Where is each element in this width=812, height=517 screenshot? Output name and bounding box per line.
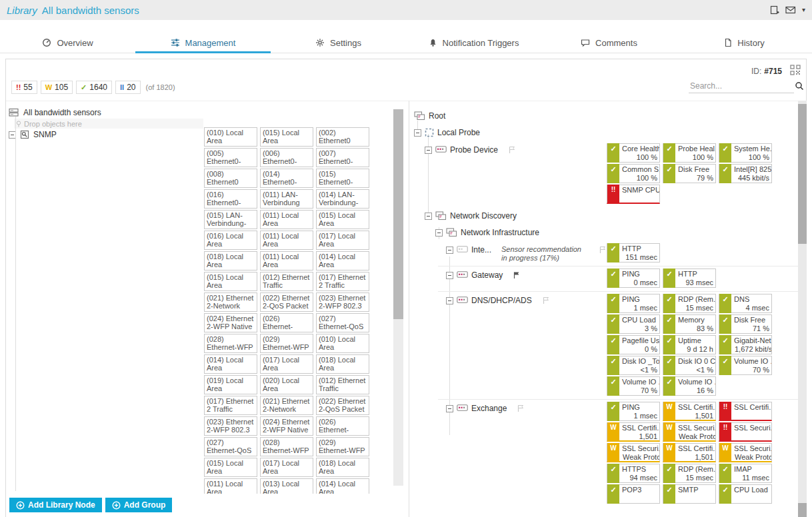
scrollbar-thumb[interactable] xyxy=(798,503,807,517)
library-sensor-item[interactable]: (029) Ethernet-WFP Native xyxy=(260,334,313,353)
sensor-box[interactable]: ✓ HTTP 151 msec xyxy=(607,243,660,262)
collapse-toggle[interactable] xyxy=(414,129,421,137)
left-panel-scrollbar[interactable] xyxy=(393,109,403,486)
tree-node-inte[interactable]: Inte...Sensor recommendation in progress… xyxy=(410,242,607,266)
flag-icon[interactable] xyxy=(517,404,525,412)
library-sensor-item[interactable]: (011) Local Area xyxy=(260,251,313,270)
sensor-box[interactable]: ✓ Gigabit-Net... 1,672 kbit/s xyxy=(719,335,772,354)
library-sensor-item[interactable]: (014) Local Area xyxy=(316,478,369,494)
library-sensor-item[interactable]: (007) Ethernet0-WFP 802.3 xyxy=(316,148,369,167)
sensor-box[interactable]: ✓ PING 0 msec xyxy=(607,268,660,288)
library-sensor-item[interactable]: (008) Ethernet0 Traffic xyxy=(204,169,257,188)
library-sensor-item[interactable]: (014) Ethernet0-WFP Native xyxy=(260,169,313,188)
sensor-box[interactable]: ✓ Common S... 100 % xyxy=(607,164,660,183)
tree-node-probe-device[interactable]: Probe Device xyxy=(410,142,607,207)
tab-history[interactable]: History xyxy=(677,33,812,53)
tab-settings[interactable]: Settings xyxy=(271,33,406,53)
library-sensor-item[interactable]: (012) Ethernet Traffic xyxy=(260,272,313,291)
sensor-box[interactable]: W SSL Certifi... 1,501 xyxy=(663,443,716,462)
flag-icon[interactable] xyxy=(508,146,516,154)
sensor-box[interactable]: ✓ POP3 xyxy=(607,484,660,504)
library-sensor-item[interactable]: (010) Local Area xyxy=(316,334,369,353)
sensor-box[interactable]: ✓ RDP (Rem... 15 msec xyxy=(663,464,716,483)
flag-icon[interactable] xyxy=(542,296,550,304)
sensor-box[interactable]: ✓ SMTP xyxy=(663,484,716,504)
library-sensor-item[interactable]: (020) Local Area xyxy=(260,375,313,394)
library-sensor-item[interactable]: (022) Ethernet 2-QoS Packet xyxy=(260,292,313,312)
library-sensor-item[interactable]: (015) Local Area xyxy=(260,127,313,147)
library-sensor-item[interactable]: (011) Local Area xyxy=(204,478,257,494)
library-node-snmp[interactable]: SNMP xyxy=(9,129,203,140)
library-sensor-item[interactable]: (023) Ethernet 2-WFP 802.3 xyxy=(316,292,369,312)
sensor-box[interactable]: ✓ IMAP 11 msec xyxy=(719,464,772,483)
qr-code-icon[interactable] xyxy=(790,65,801,75)
library-sensor-item[interactable]: (022) Ethernet 2-QoS Packet xyxy=(316,396,369,415)
sensor-box[interactable]: ✓ HTTPS 94 msec xyxy=(607,464,660,483)
email-icon[interactable] xyxy=(785,6,796,14)
library-sensor-item[interactable]: (017) Ethernet 2 Traffic xyxy=(316,272,369,291)
library-sensor-item[interactable]: (023) Ethernet 2-WFP 802.3 xyxy=(204,416,257,436)
library-root-node[interactable]: All bandwidth sensors xyxy=(9,107,203,118)
library-sensor-item[interactable]: (021) Ethernet 2-Network xyxy=(204,292,257,312)
library-sensor-item[interactable]: (015) Local Area xyxy=(204,272,257,291)
collapse-toggle[interactable] xyxy=(446,272,453,279)
library-sensor-item[interactable]: (011) LAN-Verbindung xyxy=(260,189,313,209)
sensor-box[interactable]: !! SSL Certifi... xyxy=(719,402,772,421)
sensor-box[interactable]: ✓ Volume IO ... 70 % xyxy=(719,356,772,375)
tab-comments[interactable]: Comments xyxy=(541,33,677,53)
library-sensor-item[interactable]: (015) LAN-Verbindung- xyxy=(204,210,257,229)
library-sensor-item[interactable]: (011) Local Area xyxy=(260,231,313,250)
sensor-box[interactable]: ✓ PING 1 msec xyxy=(607,402,660,421)
library-sensor-item[interactable]: (012) Ethernet Traffic xyxy=(316,375,369,394)
sensor-box[interactable]: !! SSL Securi... xyxy=(719,422,772,442)
tab-notification-triggers[interactable]: Notification Triggers xyxy=(406,33,541,53)
collapse-toggle[interactable] xyxy=(446,405,453,412)
tree-node-dns-dhcp-ads[interactable]: DNS/DHCP/ADS xyxy=(410,292,607,399)
tab-management[interactable]: Management xyxy=(135,33,271,53)
tree-node-local-probe[interactable]: Local Probe xyxy=(410,124,798,141)
sensor-box[interactable]: W SSL Certifi... 1,501 xyxy=(663,402,716,421)
flag-icon[interactable] xyxy=(599,246,607,254)
sensor-box[interactable]: ✓ Volume IO ... 70 % xyxy=(607,376,660,396)
scrollbar-thumb[interactable] xyxy=(393,109,403,319)
sensor-box[interactable]: ✓ HTTP 93 msec xyxy=(663,268,716,288)
collapse-toggle[interactable] xyxy=(446,297,453,304)
library-sensor-item[interactable]: (002) Ethernet0 Traffic xyxy=(316,127,369,147)
sensor-box[interactable]: ✓ Disk Free 71 % xyxy=(719,314,772,334)
caret-down-icon[interactable]: ▾ xyxy=(802,7,805,13)
sensor-box[interactable]: ✓ Core Health 100 % xyxy=(607,143,660,163)
library-sensor-item[interactable]: (016) Local Area xyxy=(204,231,257,250)
add-library-node-button[interactable]: Add Library Node xyxy=(9,498,102,512)
library-sensor-item[interactable]: (006) Ethernet0-QoS Packet xyxy=(260,148,313,167)
tree-node-network-infrastructure[interactable]: Network Infrastructure xyxy=(410,224,798,241)
library-sensor-item[interactable]: (019) Local Area xyxy=(204,375,257,394)
library-sensor-item[interactable]: (015) Local Area xyxy=(204,458,257,477)
library-sensor-item[interactable]: (018) Local Area xyxy=(316,458,369,477)
flag-icon[interactable] xyxy=(513,271,521,279)
collapse-toggle[interactable] xyxy=(446,247,453,254)
sensor-box[interactable]: ✓ Probe Heal... 100 % xyxy=(663,143,716,163)
sensor-box[interactable]: W SSL Certifi... 1,501 xyxy=(607,422,660,442)
library-sensor-item[interactable]: (010) Local Area xyxy=(204,127,257,147)
library-sensor-item[interactable]: (027) Ethernet-QoS Packet xyxy=(204,437,257,456)
library-sensor-item[interactable]: (026) Ethernet-Network xyxy=(316,416,369,436)
collapse-toggle[interactable] xyxy=(425,147,432,154)
status-badge[interactable]: W 105 xyxy=(41,81,73,94)
tab-overview[interactable]: Overview xyxy=(0,33,135,53)
library-sensor-item[interactable]: (018) Local Area xyxy=(316,354,369,374)
sensor-box[interactable]: W SSL Securi... Weak Proto... xyxy=(719,443,772,462)
library-sensor-item[interactable]: (017) Local Area xyxy=(260,458,313,477)
sensor-box[interactable]: !! SNMP CPU... xyxy=(607,185,660,204)
library-sensor-item[interactable]: (024) Ethernet 2-WFP Native xyxy=(260,416,313,436)
sensor-box[interactable]: ✓ CPU Load xyxy=(719,484,772,504)
tree-node-network-discovery[interactable]: Network Discovery xyxy=(410,207,798,224)
library-sensor-item[interactable]: (021) Ethernet 2-Network xyxy=(260,396,313,415)
sensor-box[interactable]: ✓ DNS 4 msec xyxy=(719,294,772,313)
sensor-box[interactable]: ✓ Disk Free 79 % xyxy=(663,164,716,183)
library-sensor-item[interactable]: (027) Ethernet-QoS Packet xyxy=(316,313,369,332)
scrollbar-thumb[interactable] xyxy=(798,104,807,244)
library-sensor-item[interactable]: (014) Local Area xyxy=(316,251,369,270)
sensor-box[interactable]: ✓ System He... 100 % xyxy=(719,143,772,163)
drop-target[interactable]: Drop objects here xyxy=(14,119,203,129)
sensor-box[interactable]: ✓ Uptime 9 d 12 h xyxy=(663,335,716,354)
